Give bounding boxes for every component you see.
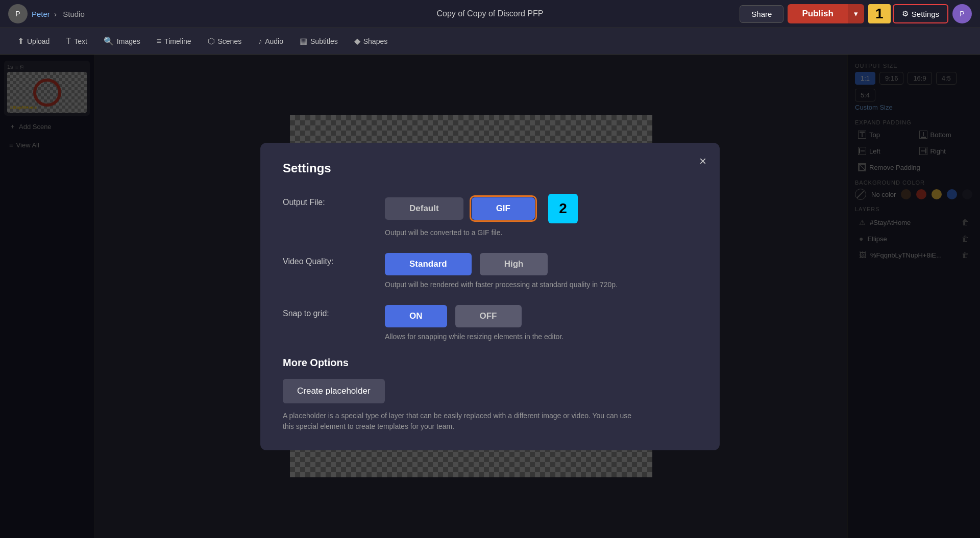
toolbar-timeline-label: Timeline — [164, 37, 191, 45]
toolbar-shapes-label: Shapes — [363, 37, 387, 45]
output-file-row: Output File: Default GIF 2 Output will b… — [283, 194, 697, 237]
more-options-section: More Options Create placeholder A placeh… — [283, 357, 697, 432]
toolbar-upload[interactable]: ⬆ Upload — [10, 33, 57, 49]
video-quality-controls: Standard High Output will be rendered wi… — [385, 253, 697, 289]
toolbar-upload-label: Upload — [27, 37, 50, 45]
shapes-icon: ◆ — [354, 36, 360, 46]
project-title: Copy of Copy of Discord PFP — [437, 9, 544, 18]
publish-dropdown-button[interactable]: ▾ — [848, 4, 864, 23]
toolbar-scenes-label: Scenes — [218, 37, 242, 45]
settings-button[interactable]: ⚙ Settings — [893, 4, 948, 23]
placeholder-description: A placeholder is a special type of layer… — [283, 411, 640, 432]
default-output-button[interactable]: Default — [385, 197, 463, 220]
toolbar-text[interactable]: T Text — [59, 34, 94, 49]
toolbar-shapes[interactable]: ◆ Shapes — [347, 33, 395, 49]
scenes-icon: ⬡ — [208, 36, 215, 46]
video-quality-label: Video Quality: — [283, 253, 385, 266]
gif-output-button[interactable]: GIF — [472, 197, 535, 220]
toolbar-scenes[interactable]: ⬡ Scenes — [201, 33, 249, 49]
snap-off-button[interactable]: OFF — [455, 305, 522, 327]
breadcrumb: Peter › Studio — [32, 10, 87, 18]
more-options-title: More Options — [283, 357, 697, 369]
high-quality-button[interactable]: High — [480, 253, 548, 275]
settings-label: Settings — [912, 10, 939, 18]
toolbar: ⬆ Upload T Text 🔍 Images ≡ Timeline ⬡ Sc… — [0, 28, 980, 55]
text-icon: T — [66, 37, 71, 46]
toolbar-timeline[interactable]: ≡ Timeline — [150, 34, 199, 49]
settings-modal: × Settings Output File: Default GIF 2 Ou… — [260, 143, 720, 450]
gif-hint-text: Output will be converted to a GIF file. — [385, 228, 697, 237]
output-file-label: Output File: — [283, 194, 385, 207]
upload-icon: ⬆ — [17, 36, 24, 46]
create-placeholder-button[interactable]: Create placeholder — [283, 379, 385, 403]
toolbar-images-label: Images — [117, 37, 140, 45]
breadcrumb-separator: › — [54, 10, 57, 18]
breadcrumb-user-link[interactable]: Peter — [32, 10, 50, 18]
modal-title: Settings — [283, 161, 697, 175]
standard-quality-button[interactable]: Standard — [385, 253, 472, 275]
audio-icon: ♪ — [258, 37, 262, 46]
breadcrumb-studio: Studio — [63, 10, 85, 18]
top-bar-left: P Peter › Studio — [8, 4, 87, 23]
toolbar-images[interactable]: 🔍 Images — [96, 33, 148, 49]
share-button[interactable]: Share — [740, 5, 783, 23]
top-bar: P Peter › Studio Copy of Copy of Discord… — [0, 0, 980, 28]
modal-overlay: × Settings Output File: Default GIF 2 Ou… — [0, 55, 980, 538]
snap-to-grid-controls: ON OFF Allows for snapping while resizin… — [385, 305, 697, 341]
avatar: P — [8, 4, 28, 23]
snap-to-grid-row: Snap to grid: ON OFF Allows for snapping… — [283, 305, 697, 341]
gear-icon: ⚙ — [902, 9, 909, 18]
video-quality-row: Video Quality: Standard High Output will… — [283, 253, 697, 289]
top-bar-right: Share Publish ▾ 1 ⚙ Settings P — [740, 4, 972, 23]
user-avatar-button[interactable]: P — [952, 4, 972, 23]
subtitles-icon: ▦ — [300, 36, 307, 46]
publish-group: Publish ▾ — [788, 4, 864, 23]
number-badge-2: 2 — [548, 194, 578, 223]
timeline-icon: ≡ — [157, 37, 161, 46]
number-badge-1: 1 — [868, 4, 891, 23]
toolbar-text-label: Text — [74, 37, 87, 45]
toolbar-subtitles[interactable]: ▦ Subtitles — [292, 33, 345, 49]
toolbar-audio[interactable]: ♪ Audio — [251, 34, 290, 49]
quality-hint-text: Output will be rendered with faster proc… — [385, 280, 697, 289]
snap-hint-text: Allows for snapping while resizing eleme… — [385, 332, 697, 341]
output-file-controls: Default GIF 2 Output will be converted t… — [385, 194, 697, 237]
toolbar-audio-label: Audio — [265, 37, 283, 45]
snap-on-button[interactable]: ON — [385, 305, 447, 327]
toolbar-subtitles-label: Subtitles — [310, 37, 338, 45]
publish-button[interactable]: Publish — [788, 4, 847, 23]
main-layout: 1s ≡ ⎘ #StayAtHome ＋ Add Scene ≡ View Al… — [0, 55, 980, 538]
snap-to-grid-label: Snap to grid: — [283, 305, 385, 318]
images-icon: 🔍 — [104, 36, 114, 46]
modal-close-button[interactable]: × — [699, 154, 706, 168]
